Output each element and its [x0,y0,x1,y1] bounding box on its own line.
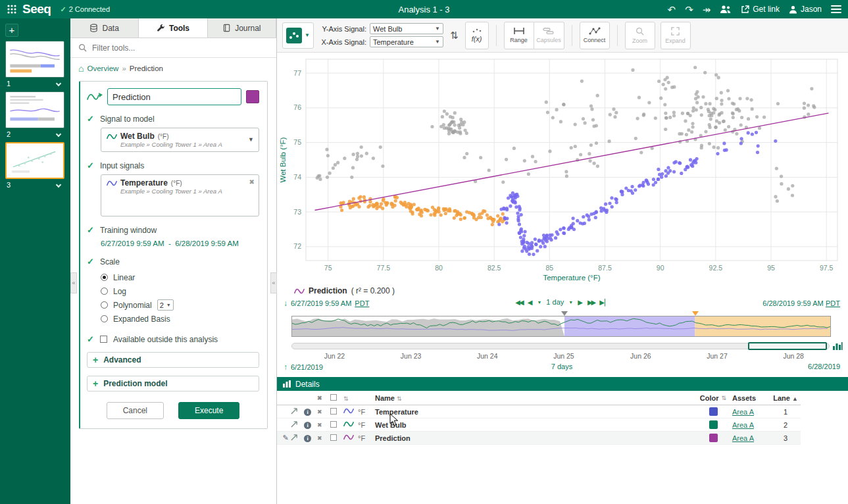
filter-tools-input[interactable] [92,43,268,53]
timezone-link[interactable]: PDT [355,299,369,307]
worksheet-2[interactable]: 2 [5,91,65,138]
trend-arrow-icon[interactable] [291,434,304,442]
color-column-header[interactable]: Color⇅ [694,394,732,402]
radio[interactable] [101,288,108,295]
chevron-down-icon[interactable] [56,132,61,137]
signal-name[interactable]: Prediction [375,434,694,442]
input-signals-list[interactable]: Temperature (°F) Example » Cooling Tower… [101,174,259,216]
chevron-down-icon[interactable] [56,182,61,188]
redo-icon[interactable]: ↷ [685,5,693,14]
asset-link[interactable]: Area A [732,434,754,442]
remove-icon[interactable]: ✖ [317,409,330,415]
color-cell[interactable] [694,420,732,429]
users-icon[interactable] [720,5,732,14]
step-back-double-icon[interactable]: ◀◀ [515,299,522,306]
select-all-checkbox[interactable] [330,394,337,401]
tab-tools[interactable]: Tools [139,18,207,38]
step-size-label[interactable]: 1 day [546,298,564,306]
zoom-button[interactable]: Zoom [625,22,655,49]
capsules-button[interactable]: Capsules [534,22,564,49]
scale-option-linear[interactable]: Linear [101,270,259,284]
half-step-back-icon[interactable]: ▼ [537,300,541,305]
details-panel-header[interactable]: Details [277,377,848,391]
chevron-down-icon[interactable] [56,81,61,86]
timebar-start[interactable]: ↑ 6/21/2019 [284,363,323,372]
scatter-chart[interactable]: 7577.58082.58587.59092.59597.57273747576… [277,53,848,284]
timebar-selection[interactable] [748,342,827,350]
color-cell[interactable] [694,434,732,442]
sort-icon[interactable]: ⇅ [722,395,727,401]
cancel-button[interactable]: Cancel [107,402,164,419]
new-worksheet-button[interactable]: + [5,24,18,37]
timebar-duration[interactable]: 7 days [551,363,572,370]
sort-icon[interactable]: ⇅ [343,395,349,402]
worksheet-thumbnail[interactable] [5,91,64,128]
step-to-now-icon[interactable]: ▶▏ [599,299,609,306]
scale-option-polynomial[interactable]: Polynomial 2▼ [101,298,259,312]
tab-journal[interactable]: Journal [208,18,276,38]
signal-to-model-select[interactable]: Wet Bulb (°F) Example » Cooling Tower 1 … [101,128,259,152]
scale-option-expanded-basis[interactable]: Expanded Basis [101,312,259,326]
row-checkbox[interactable] [330,408,343,416]
advanced-expander[interactable]: + Advanced [87,352,259,368]
remove-all-icon[interactable]: ✖ [317,395,330,401]
timeline-preview-strip[interactable] [291,316,831,337]
edit-icon[interactable]: ✎ [280,434,291,442]
signal-name[interactable]: Temperature [375,408,694,416]
radio[interactable] [101,301,108,309]
chart-type-button[interactable]: ▼ [282,22,314,49]
range-button[interactable]: Range [504,22,534,49]
asset-link[interactable]: Area A [732,408,754,416]
worksheet-1[interactable]: 1 [5,41,65,88]
y-axis-signal-select[interactable]: Wet Bulb▼ [370,23,443,34]
redo-all-icon[interactable]: ↠ [703,5,711,14]
info-icon[interactable]: i [304,407,317,416]
timebar-chart-icon[interactable] [832,341,843,351]
table-row[interactable]: ✎ i ✖ °F Prediction Area A 3 [277,432,801,445]
table-row[interactable]: i ✖ °F Temperature Area A 1 [277,405,801,418]
name-column-header[interactable]: Name ⇅ [375,394,694,402]
training-window-dates[interactable]: 6/27/2019 9:59 AM - 6/28/2019 9:59 AM [101,239,239,247]
info-icon[interactable]: i [304,434,317,442]
worksheet-thumbnail[interactable] [5,41,64,78]
prediction-model-expander[interactable]: + Prediction model [87,376,259,391]
step-forward-double-icon[interactable]: ▶▶ [587,299,595,306]
table-row[interactable]: i ✖ °F Wet Bulb Area A 2 [277,418,801,432]
remove-signal-icon[interactable]: ✖ [249,178,255,186]
color-swatch[interactable] [709,434,718,442]
worksheet-thumbnail-selected[interactable] [5,142,64,179]
execute-button[interactable]: Execute [178,402,239,419]
step-back-icon[interactable]: ◀ [528,299,533,306]
expand-button[interactable]: Expand [661,22,691,49]
undo-icon[interactable]: ↶ [668,5,676,14]
timebar-end[interactable]: 6/28/2019 [808,363,840,370]
collapse-panel-handle[interactable]: « [270,272,277,293]
color-picker-swatch[interactable] [246,90,259,103]
step-forward-icon[interactable]: ▶ [578,299,583,306]
breadcrumb-overview-link[interactable]: Overview [87,64,118,72]
connection-status[interactable]: ✓2 Connected [60,5,110,14]
swap-axes-icon[interactable]: ⇅ [449,30,460,41]
row-checkbox[interactable] [330,434,343,442]
signal-name[interactable]: Wet Bulb [375,421,694,429]
hamburger-menu-icon[interactable] [831,3,841,15]
collapse-worksheets-handle[interactable]: « [70,272,77,293]
connect-button[interactable]: Connect [580,22,610,49]
trend-arrow-icon[interactable] [291,420,304,429]
asset-link[interactable]: Area A [732,421,754,429]
assets-column-header[interactable]: Assets [732,394,770,402]
remove-icon[interactable]: ✖ [317,422,330,428]
scale-option-log[interactable]: Log [101,284,259,298]
trend-arrow-icon[interactable] [291,407,304,416]
analysis-title[interactable]: Analysis 1 - 3 [398,5,449,14]
range-start[interactable]: ↓ 6/27/2019 9:59 AM PDT [284,299,369,308]
color-swatch[interactable] [709,407,718,416]
timezone-link[interactable]: PDT [826,299,840,307]
lane-column-header[interactable]: Lane ▲ [770,394,801,402]
get-link-button[interactable]: Get link [741,5,780,14]
row-checkbox[interactable] [330,421,343,429]
x-axis-signal-select[interactable]: Temperature▼ [370,36,443,47]
radio[interactable] [101,315,108,322]
available-outside-checkbox[interactable] [100,336,107,343]
fx-button[interactable]: f(x) [465,22,489,49]
